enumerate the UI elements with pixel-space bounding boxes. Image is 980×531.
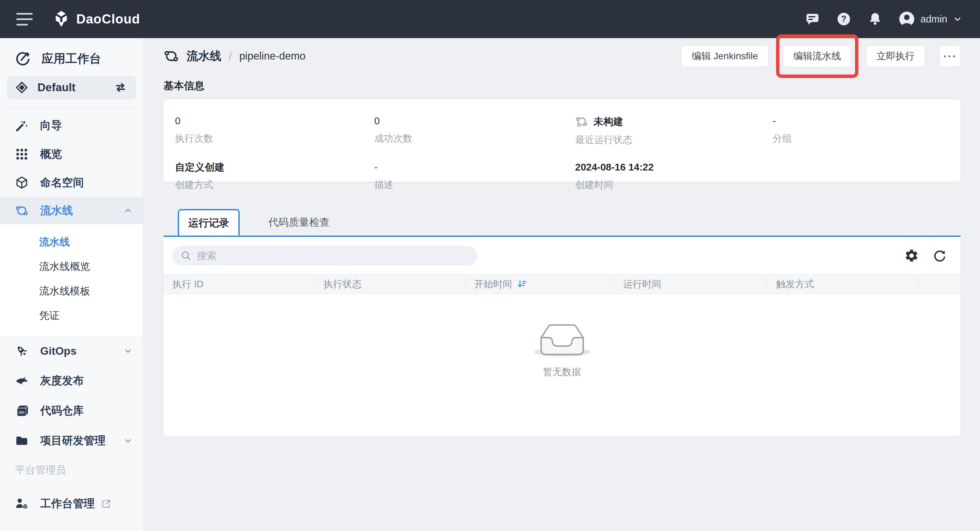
sidebar-subitem-credentials[interactable]: 凭证 bbox=[0, 303, 143, 328]
namespace-cube-icon bbox=[15, 176, 29, 189]
app-workbench-icon bbox=[15, 51, 31, 66]
empty-state: 暂无数据 bbox=[164, 316, 961, 378]
workspace-name: Default bbox=[37, 81, 76, 94]
table-settings-gear-icon[interactable] bbox=[904, 248, 919, 263]
sidebar-item-workbench-manage[interactable]: 工作台管理 bbox=[0, 490, 143, 518]
workspace-icon bbox=[15, 81, 29, 94]
overview-grid-icon bbox=[15, 147, 29, 161]
stat-last-run-status: 未构建 最近运行状态 bbox=[575, 115, 773, 146]
breadcrumb-section[interactable]: 流水线 bbox=[186, 48, 221, 64]
brand-name: DaoCloud bbox=[76, 12, 140, 27]
sidebar-subitem-pipeline-template[interactable]: 流水线模板 bbox=[0, 279, 143, 303]
column-exec-id[interactable]: 执行 ID bbox=[164, 275, 315, 294]
brand-logo: DaoCloud bbox=[52, 10, 140, 28]
user-menu[interactable]: admin bbox=[899, 11, 962, 27]
username: admin bbox=[920, 14, 947, 25]
help-icon[interactable]: ? bbox=[836, 11, 852, 27]
daocloud-logo-icon bbox=[52, 10, 70, 28]
sort-descending-icon[interactable] bbox=[517, 279, 527, 289]
svg-text:</>: </> bbox=[19, 410, 24, 415]
empty-state-text: 暂无数据 bbox=[543, 366, 581, 378]
sidebar: 应用工作台 Default 向导 bbox=[0, 38, 143, 531]
sidebar-item-gray-release[interactable]: 灰度发布 bbox=[0, 366, 143, 396]
page-actions: 编辑 Jenkinsfile 编辑流水线 立即执行 ··· bbox=[681, 45, 961, 67]
user-cube-icon bbox=[15, 497, 29, 510]
pipeline-icon bbox=[164, 48, 179, 64]
hamburger-menu-icon[interactable] bbox=[16, 13, 33, 25]
column-run-duration[interactable]: 运行时间 bbox=[614, 275, 767, 294]
section-label-platform-admin: 平台管理员 bbox=[0, 460, 143, 480]
code-repository-icon: </> bbox=[15, 404, 29, 418]
basic-info-title: 基本信息 bbox=[164, 79, 961, 92]
refresh-icon[interactable] bbox=[932, 248, 947, 263]
rocket-icon bbox=[15, 344, 29, 358]
avatar bbox=[899, 11, 915, 27]
stat-group: - 分组 bbox=[773, 115, 954, 146]
messages-icon[interactable] bbox=[805, 11, 820, 27]
sidebar-item-project-rd[interactable]: 项目研发管理 bbox=[0, 426, 143, 456]
search-box[interactable] bbox=[172, 246, 477, 266]
run-records-panel: 执行 ID 执行状态 开始时间 运行时间 触发方式 bbox=[164, 237, 961, 436]
stat-exec-count: 0 执行次数 bbox=[175, 115, 374, 146]
column-actions bbox=[919, 275, 961, 294]
sidebar-item-gitops[interactable]: GitOps bbox=[0, 336, 143, 366]
wizard-wand-icon bbox=[15, 119, 29, 132]
notifications-bell-icon[interactable] bbox=[867, 11, 883, 27]
chevron-down-icon bbox=[953, 14, 962, 24]
tab-code-quality[interactable]: 代码质量检查 bbox=[251, 209, 347, 235]
sidebar-item-pipeline-group[interactable]: 流水线 bbox=[0, 197, 143, 224]
table-header: 执行 ID 执行状态 开始时间 运行时间 触发方式 bbox=[164, 274, 961, 294]
workspace-title: 应用工作台 bbox=[0, 48, 143, 69]
tab-run-records[interactable]: 运行记录 bbox=[178, 209, 240, 235]
search-input[interactable] bbox=[197, 250, 469, 261]
pipeline-submenu: 流水线 流水线概览 流水线模板 凭证 bbox=[0, 224, 143, 336]
sidebar-item-namespace[interactable]: 命名空间 bbox=[0, 169, 143, 197]
search-icon bbox=[180, 250, 191, 261]
breadcrumb: 流水线 / pipeline-demo bbox=[164, 48, 305, 64]
chevron-down-icon bbox=[123, 346, 133, 356]
main-content: 流水线 / pipeline-demo 编辑 Jenkinsfile 编辑流水线… bbox=[143, 38, 980, 531]
stat-create-time: 2024-08-16 14:22 创建时间 bbox=[575, 161, 773, 191]
sidebar-item-code-repo[interactable]: </> 代码仓库 bbox=[0, 396, 143, 426]
workspace-selector[interactable]: Default bbox=[7, 76, 136, 99]
sidebar-divider bbox=[7, 457, 136, 458]
svg-text:?: ? bbox=[841, 14, 846, 24]
chevron-up-icon bbox=[123, 206, 133, 216]
sidebar-item-overview[interactable]: 概览 bbox=[0, 140, 143, 169]
top-bar: DaoCloud ? bbox=[0, 0, 980, 38]
more-actions-button[interactable]: ··· bbox=[939, 45, 961, 67]
stat-success-count: 0 成功次数 bbox=[374, 115, 575, 146]
breadcrumb-current: pipeline-demo bbox=[239, 50, 306, 62]
pipeline-status-not-built-icon bbox=[575, 115, 588, 128]
tabs: 运行记录 代码质量检查 bbox=[164, 209, 961, 235]
stat-create-method: 自定义创建 创建方式 bbox=[175, 161, 374, 191]
empty-inbox-icon bbox=[532, 316, 592, 361]
run-now-button[interactable]: 立即执行 bbox=[866, 45, 925, 67]
basic-info-card: 0 执行次数 0 成功次数 未构建 bbox=[164, 99, 961, 182]
stat-description: - 描述 bbox=[374, 161, 575, 191]
bird-icon bbox=[15, 374, 29, 388]
folder-icon bbox=[15, 434, 29, 448]
switch-workspace-icon[interactable] bbox=[113, 80, 128, 95]
sidebar-item-wizard[interactable]: 向导 bbox=[0, 111, 143, 140]
sidebar-subitem-pipeline-overview[interactable]: 流水线概览 bbox=[0, 254, 143, 279]
column-exec-status[interactable]: 执行状态 bbox=[315, 275, 465, 294]
edit-pipeline-button[interactable]: 编辑流水线 bbox=[783, 45, 852, 67]
column-start-time[interactable]: 开始时间 bbox=[465, 275, 614, 294]
breadcrumb-separator: / bbox=[229, 50, 232, 62]
chevron-down-icon bbox=[123, 436, 133, 446]
sidebar-subitem-pipeline[interactable]: 流水线 bbox=[0, 230, 143, 254]
column-trigger-method[interactable]: 触发方式 bbox=[767, 275, 919, 294]
pipeline-icon bbox=[15, 204, 29, 218]
edit-jenkinsfile-button[interactable]: 编辑 Jenkinsfile bbox=[681, 45, 768, 67]
external-link-icon bbox=[101, 498, 112, 509]
